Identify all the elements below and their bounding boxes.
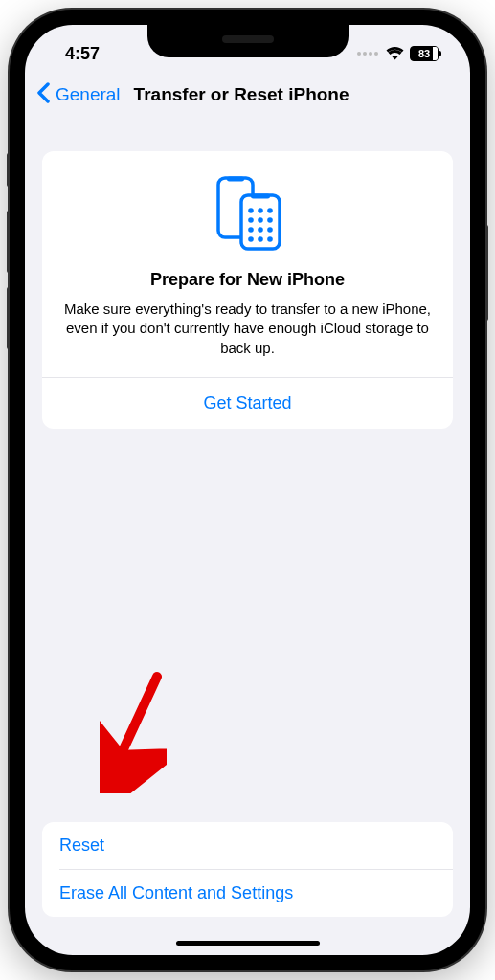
content-area: Prepare for New iPhone Make sure everyth… [25,117,470,955]
devices-transfer-icon [61,174,434,251]
phone-screen: 4:57 83 [25,25,470,955]
get-started-button[interactable]: Get Started [61,378,434,429]
back-chevron-icon[interactable] [36,81,50,108]
page-title: Transfer or Reset iPhone [134,84,349,105]
svg-point-15 [267,236,273,242]
svg-point-4 [248,208,254,213]
svg-point-11 [258,227,263,233]
svg-point-9 [267,217,273,223]
spacer [42,429,453,822]
svg-point-8 [258,217,263,223]
volume-down-button [7,287,10,349]
bottom-actions-card: Reset Erase All Content and Settings [42,822,453,917]
svg-rect-3 [251,194,270,199]
back-button[interactable]: General [56,84,121,105]
volume-up-button [7,211,10,273]
status-time: 4:57 [54,44,100,64]
wifi-icon [386,47,404,60]
svg-point-6 [267,208,273,213]
svg-point-5 [258,208,263,213]
status-indicators: 83 [357,46,441,61]
prepare-card: Prepare for New iPhone Make sure everyth… [42,151,453,429]
battery-percentage: 83 [418,48,430,59]
reset-button[interactable]: Reset [42,822,453,869]
svg-point-13 [248,236,254,242]
svg-point-7 [248,217,254,223]
navigation-bar: General Transfer or Reset iPhone [25,73,470,117]
prepare-description: Make sure everything's ready to transfer… [61,300,434,358]
prepare-title: Prepare for New iPhone [61,270,434,290]
battery-icon: 83 [410,46,441,61]
phone-frame: 4:57 83 [10,10,485,970]
svg-point-14 [258,236,263,242]
home-indicator[interactable] [176,941,320,946]
erase-all-button[interactable]: Erase All Content and Settings [42,870,453,917]
recording-indicator-icon [357,52,378,56]
svg-rect-1 [227,177,244,182]
power-button [485,225,488,321]
mute-switch [7,153,10,187]
notch [147,25,349,57]
svg-point-10 [248,227,254,233]
svg-point-12 [267,227,273,233]
